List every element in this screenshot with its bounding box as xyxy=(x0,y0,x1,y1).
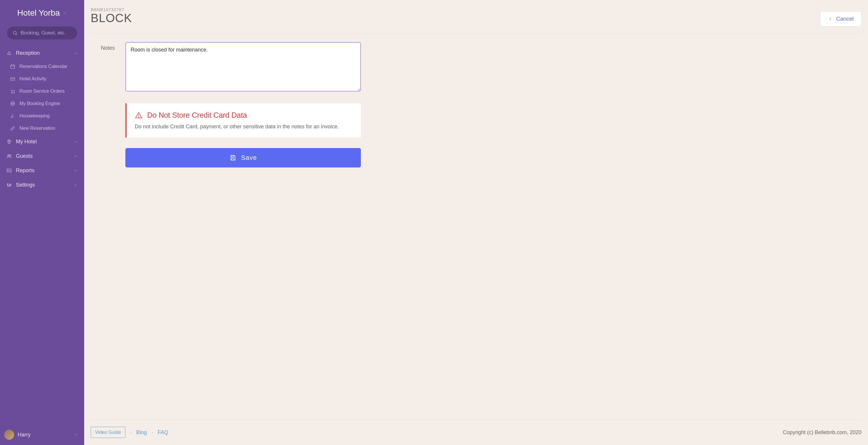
sidebar: Hotel Yorba Reception Reservations Calen… xyxy=(0,0,84,445)
cart-icon xyxy=(10,89,15,94)
faq-link[interactable]: FAQ xyxy=(158,430,168,436)
pin-icon xyxy=(6,139,12,145)
sliders-icon xyxy=(6,183,12,188)
chevron-right-icon xyxy=(828,17,833,21)
nav-item-new-reservation[interactable]: New Reservation xyxy=(0,122,84,134)
chevron-down-icon xyxy=(73,154,78,158)
copyright: Copyright (c) Bellebnb.com, 2020 xyxy=(783,430,862,436)
broom-icon xyxy=(10,113,15,119)
nav-section-reports[interactable]: Reports xyxy=(0,163,84,178)
nav-item-label: Reservations Calendar xyxy=(20,64,67,69)
mail-icon xyxy=(10,76,15,82)
svg-point-12 xyxy=(8,140,10,141)
user-name: Harry xyxy=(18,432,31,438)
svg-point-0 xyxy=(13,31,17,34)
chevron-down-icon xyxy=(63,11,67,15)
notes-textarea[interactable] xyxy=(125,42,361,92)
footer: Video Guide · Blog · FAQ Copyright (c) B… xyxy=(91,411,862,445)
avatar xyxy=(4,430,14,440)
warning-title: Do Not Store Credit Card Data xyxy=(147,111,247,120)
calendar-icon xyxy=(10,64,15,69)
chevron-down-icon xyxy=(73,183,78,187)
nav-item-housekeeping[interactable]: Housekeeping xyxy=(0,110,84,122)
notes-label: Notes xyxy=(91,42,115,167)
nav-section-guests[interactable]: Guests xyxy=(0,149,84,163)
warning-text: Do not include Credit Card, payment, or … xyxy=(135,124,352,130)
nav-item-booking-engine[interactable]: My Booking Engine xyxy=(0,97,84,110)
video-guide-button[interactable]: Video Guide xyxy=(91,427,125,438)
save-button[interactable]: Save xyxy=(125,148,361,167)
chevron-down-icon xyxy=(73,169,78,173)
users-icon xyxy=(6,154,12,159)
nav-section-label: My Hotel xyxy=(16,139,37,145)
nav-item-label: Room Service Orders xyxy=(20,89,65,94)
nav-item-label: Hotel Activity xyxy=(20,76,46,82)
svg-rect-2 xyxy=(10,65,15,69)
nav-section-label: Reports xyxy=(16,167,34,173)
nav-section-label: Guests xyxy=(16,153,33,159)
svg-rect-28 xyxy=(231,158,234,160)
blog-link[interactable]: Blog xyxy=(136,430,147,436)
search-icon xyxy=(12,30,18,36)
search-input[interactable] xyxy=(21,30,72,36)
user-menu[interactable]: Harry xyxy=(0,426,84,443)
cancel-button[interactable]: Cancel xyxy=(820,11,862,27)
main-content: BBNB10732767 BLOCK Cancel Notes Do Not S… xyxy=(84,0,868,445)
edit-icon xyxy=(10,126,15,131)
globe-icon xyxy=(10,101,15,106)
chart-icon xyxy=(6,168,12,173)
page-header: BBNB10732767 BLOCK Cancel xyxy=(91,7,862,27)
nav-section-settings[interactable]: Settings xyxy=(0,178,84,192)
chevron-up-icon xyxy=(73,51,78,55)
svg-point-8 xyxy=(13,93,14,93)
svg-point-26 xyxy=(138,117,139,117)
svg-rect-27 xyxy=(231,155,234,157)
nav-item-label: New Reservation xyxy=(20,126,55,131)
hotel-selector[interactable]: Hotel Yorba xyxy=(0,0,84,23)
nav-section-reception[interactable]: Reception xyxy=(0,46,84,60)
nav-section-label: Reception xyxy=(16,50,40,56)
nav-item-label: Housekeeping xyxy=(20,113,50,119)
nav-item-label: My Booking Engine xyxy=(20,101,60,106)
nav-item-room-service[interactable]: Room Service Orders xyxy=(0,85,84,97)
chevron-down-icon xyxy=(73,140,78,144)
svg-point-7 xyxy=(12,93,12,93)
svg-line-1 xyxy=(16,34,17,35)
nav-section-label: Settings xyxy=(16,182,35,188)
nav-item-reservations-calendar[interactable]: Reservations Calendar xyxy=(0,60,84,73)
nav-item-hotel-activity[interactable]: Hotel Activity xyxy=(0,73,84,85)
bell-icon xyxy=(6,51,12,56)
hotel-name: Hotel Yorba xyxy=(18,8,60,18)
separator-dot: · xyxy=(130,430,131,436)
page-title: BLOCK xyxy=(91,11,132,25)
nav-section-my-hotel[interactable]: My Hotel xyxy=(0,134,84,149)
cancel-label: Cancel xyxy=(836,15,854,22)
svg-point-14 xyxy=(10,155,11,156)
search-box[interactable] xyxy=(7,27,77,39)
warning-icon xyxy=(135,112,143,119)
save-label: Save xyxy=(241,154,257,162)
svg-rect-15 xyxy=(7,169,11,172)
form-area: Notes Do Not Store Credit Card Data Do n… xyxy=(91,42,862,167)
warning-box: Do Not Store Credit Card Data Do not inc… xyxy=(125,103,361,137)
separator-dot: · xyxy=(152,430,153,436)
save-icon xyxy=(229,154,236,161)
chevron-down-icon xyxy=(73,433,78,437)
svg-point-13 xyxy=(8,155,9,156)
